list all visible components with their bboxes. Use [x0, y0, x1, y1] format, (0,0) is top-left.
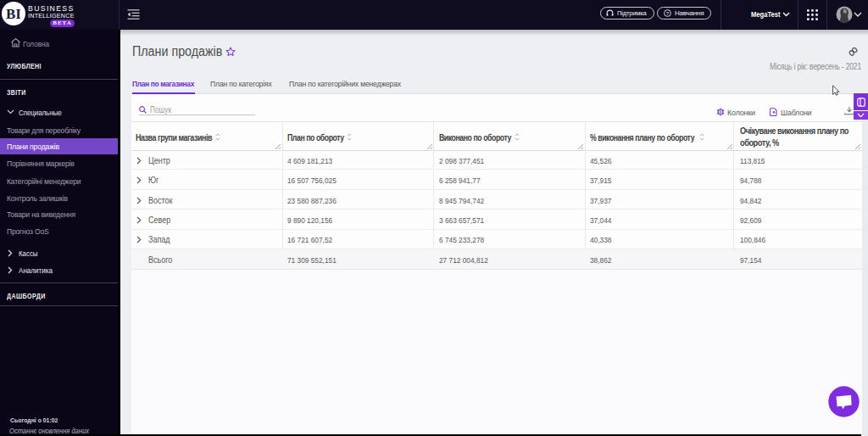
svg-text:?: ? — [665, 11, 669, 16]
